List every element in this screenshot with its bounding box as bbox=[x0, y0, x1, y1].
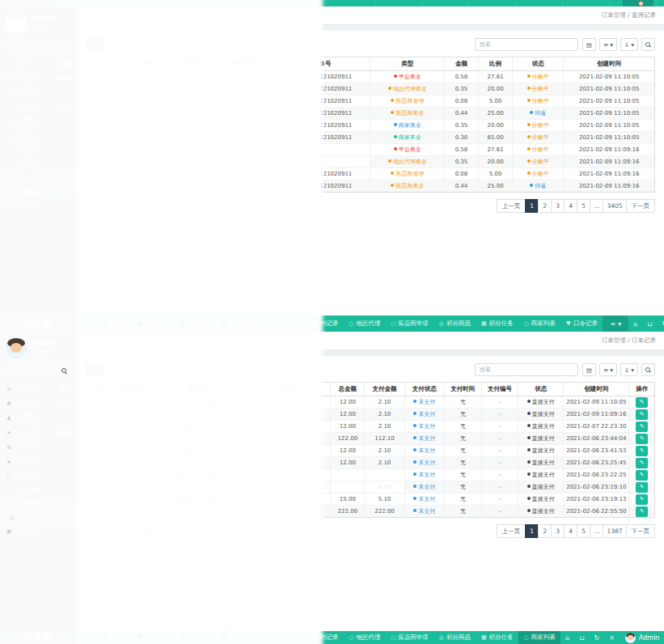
page-button[interactable]: 3 bbox=[551, 524, 565, 538]
edit-button[interactable]: ✎ bbox=[636, 446, 648, 456]
next-page-button[interactable]: 下一页 bbox=[626, 524, 656, 538]
nav-item-icon: ○ bbox=[307, 634, 311, 641]
nav-action-icon[interactable]: ⊔ bbox=[574, 631, 589, 644]
status-dot bbox=[527, 509, 531, 512]
edit-button[interactable]: ✎ bbox=[636, 458, 648, 468]
table-tool-button[interactable] bbox=[641, 38, 655, 51]
nav-action-icon[interactable]: ⌂ bbox=[628, 316, 642, 332]
column-header[interactable]: 状态 bbox=[513, 57, 564, 71]
cell-created: 2021-02-06 23:19:13 bbox=[564, 494, 629, 506]
user-menu[interactable]: Admin bbox=[620, 631, 664, 644]
table-tool-button[interactable]: ≡ ▾ bbox=[599, 38, 617, 51]
edit-button[interactable]: ✎ bbox=[636, 506, 648, 517]
status-dot bbox=[530, 184, 533, 187]
edit-button[interactable]: ✎ bbox=[636, 470, 648, 481]
status-dot bbox=[391, 172, 394, 175]
status-dot bbox=[413, 460, 417, 464]
cell-amount: 0.44 bbox=[444, 108, 478, 120]
nav-item-icon: ◎ bbox=[439, 320, 444, 327]
edit-button[interactable]: ✎ bbox=[636, 434, 648, 444]
cell-ratio: 27.61 bbox=[479, 71, 513, 83]
cell-created: 2021-02-09 11:10:05 bbox=[564, 83, 655, 95]
edit-button[interactable]: ✎ bbox=[636, 397, 648, 408]
edit-button[interactable]: ✎ bbox=[636, 422, 648, 432]
edit-button[interactable]: ✎ bbox=[636, 494, 648, 505]
cell-amount: 0.30 bbox=[444, 132, 478, 144]
column-header[interactable]: 金额 bbox=[444, 57, 478, 71]
column-header[interactable]: 操作 bbox=[629, 383, 655, 396]
status-dot bbox=[527, 99, 531, 102]
status-dot bbox=[527, 472, 531, 476]
cell-pay-status: 未支付 bbox=[404, 469, 444, 481]
column-header[interactable]: 支付状态 bbox=[404, 383, 444, 396]
nav-item[interactable]: ○ 地区代理 bbox=[344, 631, 386, 644]
page-button[interactable]: 4 bbox=[564, 199, 577, 213]
status-dot bbox=[413, 448, 417, 451]
nav-item[interactable]: ▦ 积分任务 bbox=[476, 316, 518, 332]
page-button[interactable]: 3 bbox=[551, 199, 565, 213]
page-button[interactable]: 2 bbox=[538, 199, 552, 213]
page-button[interactable]: 1387 bbox=[603, 524, 626, 538]
table-tool-button[interactable]: ▤ bbox=[582, 38, 596, 51]
nav-action-icon[interactable]: ↻ bbox=[590, 631, 605, 644]
nav-action-icon[interactable]: ⊔ bbox=[642, 316, 657, 332]
table-search-input[interactable] bbox=[475, 38, 578, 51]
page-button[interactable]: 1 bbox=[525, 199, 539, 213]
page-button[interactable]: 3405 bbox=[603, 199, 626, 213]
table-tool-button[interactable]: ⇓ ▾ bbox=[620, 363, 638, 376]
column-header[interactable]: 支付编号 bbox=[481, 383, 518, 396]
nav-item[interactable]: ▦ 积分任务 bbox=[476, 631, 518, 644]
cell-created: 2021-02-09 11:10:05 bbox=[564, 95, 655, 108]
page-button[interactable]: 5 bbox=[577, 199, 590, 213]
pencil-icon: ✎ bbox=[640, 508, 645, 515]
nav-action-icon[interactable]: ↻ bbox=[658, 316, 664, 332]
breadcrumb-trail[interactable]: 订单管理 / 返佣记录 bbox=[602, 11, 656, 19]
cell-status: 直接支付 bbox=[518, 396, 564, 409]
column-header[interactable]: 状态 bbox=[518, 383, 564, 396]
nav-item[interactable]: ◎ 积分商品 bbox=[434, 316, 476, 332]
column-header[interactable]: 支付金额 bbox=[365, 383, 404, 396]
column-header[interactable]: 支付时间 bbox=[444, 383, 481, 396]
page-button[interactable]: ... bbox=[590, 524, 603, 538]
prev-page-button[interactable]: 上一页 bbox=[497, 524, 527, 538]
page-button[interactable]: ... bbox=[590, 199, 603, 213]
table-tool-button[interactable]: ▤ bbox=[582, 363, 596, 376]
page-button[interactable]: 1 bbox=[525, 524, 539, 538]
cell-actions: ✎ bbox=[629, 396, 655, 409]
nav-item[interactable]: ◎ 积分商品 bbox=[434, 631, 476, 644]
nav-item[interactable]: ○ 拓店商申请 bbox=[386, 316, 434, 332]
edit-button[interactable]: ✎ bbox=[636, 482, 648, 493]
nav-item[interactable]: ♥ 口令记录 bbox=[560, 316, 603, 332]
column-header[interactable]: 类型 bbox=[370, 57, 444, 71]
nav-item[interactable]: ○ 拓店商申请 bbox=[386, 631, 434, 644]
pagination: 上一页 12345...3405 下一页 bbox=[497, 199, 655, 213]
next-page-button[interactable]: 下一页 bbox=[626, 199, 656, 213]
column-header[interactable]: 总金额 bbox=[331, 383, 365, 396]
nav-item[interactable]: ○ 商家列表 bbox=[518, 316, 560, 332]
table-tool-button[interactable] bbox=[641, 363, 655, 376]
cell-type: 地区代理奖金 bbox=[370, 83, 444, 95]
edit-button[interactable]: ✎ bbox=[636, 409, 648, 420]
cell-status: 待返 bbox=[513, 180, 564, 193]
nav-action-icon[interactable]: ⌂ bbox=[560, 631, 574, 644]
cell-actions: ✎ bbox=[629, 457, 655, 469]
table-search-input[interactable] bbox=[475, 363, 578, 376]
column-header[interactable]: 比例 bbox=[479, 57, 513, 71]
page-button[interactable]: 4 bbox=[564, 524, 577, 538]
nav-item[interactable]: ○ 地区代理 bbox=[344, 316, 386, 332]
nav-dropdown-button[interactable]: ≡▾ bbox=[603, 316, 628, 332]
breadcrumb-trail[interactable]: 订单管理 / 订单记录 bbox=[602, 337, 656, 345]
table-tool-button[interactable]: ≡ ▾ bbox=[599, 363, 617, 376]
nav-action-icon[interactable]: × bbox=[604, 631, 620, 644]
nav-item[interactable]: ○ 商家列表 bbox=[518, 631, 560, 644]
cell-paid: 5.10 bbox=[365, 494, 404, 506]
column-header[interactable]: 创建时间 bbox=[564, 383, 629, 396]
table-tool-button[interactable]: ⇓ ▾ bbox=[620, 38, 638, 51]
nav-item-icon: — bbox=[264, 320, 269, 327]
page-button[interactable]: 2 bbox=[538, 524, 552, 538]
page-button[interactable]: 5 bbox=[577, 524, 590, 538]
column-header[interactable]: 创建时间 bbox=[564, 57, 655, 71]
prev-page-button[interactable]: 上一页 bbox=[497, 199, 527, 213]
status-dot bbox=[527, 400, 531, 403]
cell-pay-status: 未支付 bbox=[404, 421, 444, 433]
